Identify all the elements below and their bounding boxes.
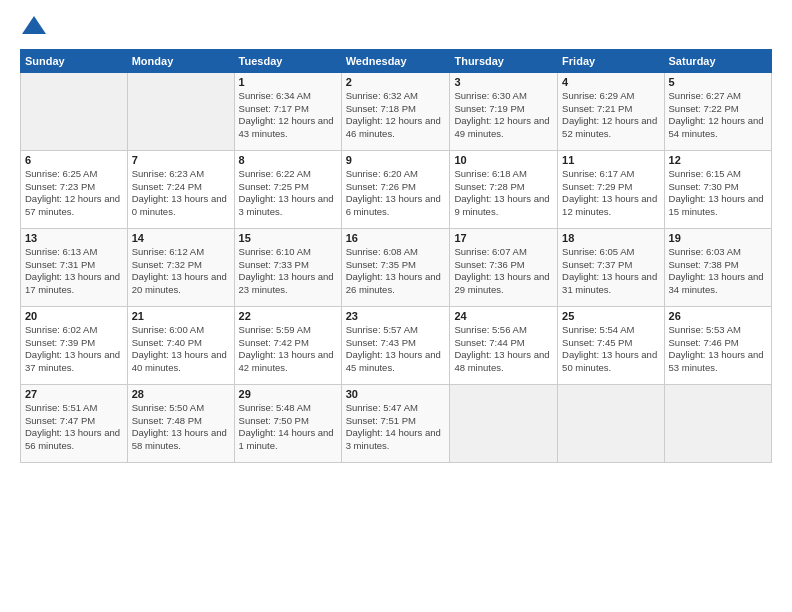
day-number: 23 [346, 310, 446, 322]
calendar-cell: 6Sunrise: 6:25 AM Sunset: 7:23 PM Daylig… [21, 150, 128, 228]
calendar-cell: 12Sunrise: 6:15 AM Sunset: 7:30 PM Dayli… [664, 150, 771, 228]
calendar-cell [21, 72, 128, 150]
calendar-cell: 5Sunrise: 6:27 AM Sunset: 7:22 PM Daylig… [664, 72, 771, 150]
logo [20, 16, 46, 39]
calendar-cell: 21Sunrise: 6:00 AM Sunset: 7:40 PM Dayli… [127, 306, 234, 384]
page-header [20, 16, 772, 39]
weekday-header-sunday: Sunday [21, 49, 128, 72]
calendar-cell: 17Sunrise: 6:07 AM Sunset: 7:36 PM Dayli… [450, 228, 558, 306]
day-info: Sunrise: 6:17 AM Sunset: 7:29 PM Dayligh… [562, 168, 659, 219]
calendar-cell [664, 384, 771, 462]
weekday-header-thursday: Thursday [450, 49, 558, 72]
day-info: Sunrise: 6:30 AM Sunset: 7:19 PM Dayligh… [454, 90, 553, 141]
day-info: Sunrise: 6:15 AM Sunset: 7:30 PM Dayligh… [669, 168, 767, 219]
day-info: Sunrise: 5:56 AM Sunset: 7:44 PM Dayligh… [454, 324, 553, 375]
weekday-header-wednesday: Wednesday [341, 49, 450, 72]
day-number: 26 [669, 310, 767, 322]
day-info: Sunrise: 5:50 AM Sunset: 7:48 PM Dayligh… [132, 402, 230, 453]
calendar-cell: 23Sunrise: 5:57 AM Sunset: 7:43 PM Dayli… [341, 306, 450, 384]
calendar-cell: 19Sunrise: 6:03 AM Sunset: 7:38 PM Dayli… [664, 228, 771, 306]
calendar-cell: 26Sunrise: 5:53 AM Sunset: 7:46 PM Dayli… [664, 306, 771, 384]
day-info: Sunrise: 6:13 AM Sunset: 7:31 PM Dayligh… [25, 246, 123, 297]
calendar-cell: 30Sunrise: 5:47 AM Sunset: 7:51 PM Dayli… [341, 384, 450, 462]
day-number: 24 [454, 310, 553, 322]
day-info: Sunrise: 6:02 AM Sunset: 7:39 PM Dayligh… [25, 324, 123, 375]
calendar-cell: 20Sunrise: 6:02 AM Sunset: 7:39 PM Dayli… [21, 306, 128, 384]
day-number: 16 [346, 232, 446, 244]
day-number: 30 [346, 388, 446, 400]
calendar-cell: 10Sunrise: 6:18 AM Sunset: 7:28 PM Dayli… [450, 150, 558, 228]
day-number: 5 [669, 76, 767, 88]
calendar-cell: 25Sunrise: 5:54 AM Sunset: 7:45 PM Dayli… [558, 306, 664, 384]
day-number: 20 [25, 310, 123, 322]
calendar-cell: 4Sunrise: 6:29 AM Sunset: 7:21 PM Daylig… [558, 72, 664, 150]
day-info: Sunrise: 6:23 AM Sunset: 7:24 PM Dayligh… [132, 168, 230, 219]
weekday-header-saturday: Saturday [664, 49, 771, 72]
calendar-week-row: 6Sunrise: 6:25 AM Sunset: 7:23 PM Daylig… [21, 150, 772, 228]
day-number: 11 [562, 154, 659, 166]
day-info: Sunrise: 6:05 AM Sunset: 7:37 PM Dayligh… [562, 246, 659, 297]
day-info: Sunrise: 6:12 AM Sunset: 7:32 PM Dayligh… [132, 246, 230, 297]
day-number: 7 [132, 154, 230, 166]
calendar-cell: 1Sunrise: 6:34 AM Sunset: 7:17 PM Daylig… [234, 72, 341, 150]
day-info: Sunrise: 6:32 AM Sunset: 7:18 PM Dayligh… [346, 90, 446, 141]
day-number: 1 [239, 76, 337, 88]
calendar-week-row: 13Sunrise: 6:13 AM Sunset: 7:31 PM Dayli… [21, 228, 772, 306]
day-info: Sunrise: 5:51 AM Sunset: 7:47 PM Dayligh… [25, 402, 123, 453]
day-number: 6 [25, 154, 123, 166]
day-info: Sunrise: 6:22 AM Sunset: 7:25 PM Dayligh… [239, 168, 337, 219]
day-info: Sunrise: 5:59 AM Sunset: 7:42 PM Dayligh… [239, 324, 337, 375]
day-info: Sunrise: 5:48 AM Sunset: 7:50 PM Dayligh… [239, 402, 337, 453]
day-info: Sunrise: 6:08 AM Sunset: 7:35 PM Dayligh… [346, 246, 446, 297]
day-number: 17 [454, 232, 553, 244]
calendar-cell: 13Sunrise: 6:13 AM Sunset: 7:31 PM Dayli… [21, 228, 128, 306]
day-info: Sunrise: 6:25 AM Sunset: 7:23 PM Dayligh… [25, 168, 123, 219]
svg-marker-0 [22, 16, 46, 34]
day-number: 12 [669, 154, 767, 166]
day-number: 3 [454, 76, 553, 88]
day-number: 29 [239, 388, 337, 400]
weekday-header-tuesday: Tuesday [234, 49, 341, 72]
weekday-header-friday: Friday [558, 49, 664, 72]
calendar-cell: 16Sunrise: 6:08 AM Sunset: 7:35 PM Dayli… [341, 228, 450, 306]
day-number: 15 [239, 232, 337, 244]
calendar-cell: 9Sunrise: 6:20 AM Sunset: 7:26 PM Daylig… [341, 150, 450, 228]
day-number: 21 [132, 310, 230, 322]
day-info: Sunrise: 6:27 AM Sunset: 7:22 PM Dayligh… [669, 90, 767, 141]
weekday-header-row: SundayMondayTuesdayWednesdayThursdayFrid… [21, 49, 772, 72]
logo-icon [22, 16, 46, 34]
calendar-cell: 28Sunrise: 5:50 AM Sunset: 7:48 PM Dayli… [127, 384, 234, 462]
day-info: Sunrise: 5:57 AM Sunset: 7:43 PM Dayligh… [346, 324, 446, 375]
calendar-cell: 24Sunrise: 5:56 AM Sunset: 7:44 PM Dayli… [450, 306, 558, 384]
day-info: Sunrise: 6:29 AM Sunset: 7:21 PM Dayligh… [562, 90, 659, 141]
calendar-cell [450, 384, 558, 462]
day-info: Sunrise: 6:20 AM Sunset: 7:26 PM Dayligh… [346, 168, 446, 219]
day-number: 10 [454, 154, 553, 166]
day-number: 19 [669, 232, 767, 244]
day-number: 9 [346, 154, 446, 166]
calendar-week-row: 1Sunrise: 6:34 AM Sunset: 7:17 PM Daylig… [21, 72, 772, 150]
day-info: Sunrise: 5:47 AM Sunset: 7:51 PM Dayligh… [346, 402, 446, 453]
day-info: Sunrise: 5:53 AM Sunset: 7:46 PM Dayligh… [669, 324, 767, 375]
day-info: Sunrise: 6:18 AM Sunset: 7:28 PM Dayligh… [454, 168, 553, 219]
day-number: 2 [346, 76, 446, 88]
calendar-cell: 29Sunrise: 5:48 AM Sunset: 7:50 PM Dayli… [234, 384, 341, 462]
calendar-table: SundayMondayTuesdayWednesdayThursdayFrid… [20, 49, 772, 463]
calendar-cell: 15Sunrise: 6:10 AM Sunset: 7:33 PM Dayli… [234, 228, 341, 306]
day-number: 22 [239, 310, 337, 322]
calendar-cell: 22Sunrise: 5:59 AM Sunset: 7:42 PM Dayli… [234, 306, 341, 384]
calendar-cell: 27Sunrise: 5:51 AM Sunset: 7:47 PM Dayli… [21, 384, 128, 462]
day-number: 14 [132, 232, 230, 244]
calendar-cell: 3Sunrise: 6:30 AM Sunset: 7:19 PM Daylig… [450, 72, 558, 150]
calendar-cell: 11Sunrise: 6:17 AM Sunset: 7:29 PM Dayli… [558, 150, 664, 228]
day-number: 13 [25, 232, 123, 244]
day-number: 27 [25, 388, 123, 400]
day-number: 18 [562, 232, 659, 244]
day-number: 8 [239, 154, 337, 166]
day-info: Sunrise: 6:34 AM Sunset: 7:17 PM Dayligh… [239, 90, 337, 141]
day-info: Sunrise: 6:07 AM Sunset: 7:36 PM Dayligh… [454, 246, 553, 297]
weekday-header-monday: Monday [127, 49, 234, 72]
calendar-cell [127, 72, 234, 150]
day-info: Sunrise: 6:10 AM Sunset: 7:33 PM Dayligh… [239, 246, 337, 297]
calendar-week-row: 27Sunrise: 5:51 AM Sunset: 7:47 PM Dayli… [21, 384, 772, 462]
